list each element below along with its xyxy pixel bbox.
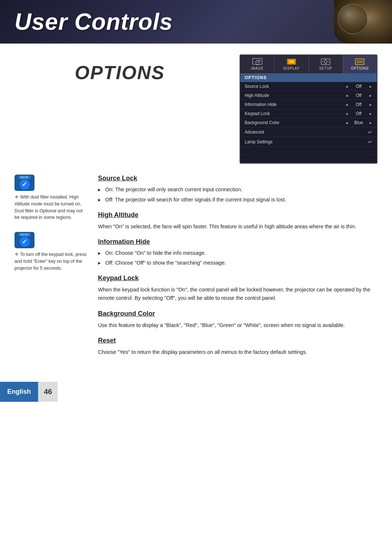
checkmark-icon-1: ✓ [20,179,30,189]
lens-decoration [334,0,392,44]
osd-row-high-altitude-arrow-right: ► [369,94,372,98]
osd-row-keypad-lock-label: Keypad Lock [245,111,345,116]
osd-row-info-hide[interactable]: Information Hide ◄ Off ► [240,100,377,109]
osd-row-source-lock[interactable]: Source Lock ◄ Off ► [240,82,377,91]
high-altitude-text: When "On" is selected, the fans will spi… [98,222,377,231]
osd-tab-setup-label: SETUP [319,66,332,70]
osd-tab-options-label: OPTIONS [351,66,369,70]
osd-row-info-hide-label: Information Hide [245,102,345,107]
page-title: User Controls [15,8,173,35]
osd-row-info-hide-arrow-left: ◄ [345,103,348,107]
osd-tabs: IMAGE DISPLAY [240,55,377,73]
osd-row-bg-color-label: Background Color [245,120,345,125]
page-header: User Controls [0,0,392,44]
options-icon [355,58,365,65]
source-lock-bullet-2: Off: The projector will search for other… [98,196,377,204]
osd-row-source-lock-label: Source Lock [245,84,345,89]
note-text-1: With dust filter installed, High Altitud… [15,194,87,221]
svg-point-3 [259,60,260,61]
options-section-title: OPTIONS [75,62,165,83]
source-lock-bullets: On: The projector will only search curre… [98,186,377,204]
osd-row-source-lock-arrow-right: ► [369,85,372,89]
osd-row-bg-color-value: Blue [351,120,366,125]
osd-menu: IMAGE DISPLAY [240,54,377,164]
options-title-block: OPTIONS [15,54,225,83]
main-content-area: OPTIONS IMAGE [0,44,392,367]
osd-row-source-lock-arrow-left: ◄ [345,85,348,89]
content-body: ✓ With dust filter installed, High Altit… [15,175,377,360]
osd-row-high-altitude-label: High Altitude [245,93,345,98]
osd-row-bg-color[interactable]: Background Color ◄ Blue ► [240,118,377,127]
info-hide-bullets: On: Choose "On" to hide the info message… [98,249,377,267]
source-lock-heading: Source Lock [98,175,377,182]
svg-rect-0 [253,58,262,64]
svg-rect-6 [289,61,294,63]
keypad-lock-heading: Keypad Lock [98,274,377,282]
display-icon [286,58,297,65]
osd-row-bg-color-arrow-right: ► [369,121,372,125]
sidebar: ✓ With dust filter installed, High Altit… [15,175,87,360]
osd-row-empty1 [240,147,377,155]
osd-row-info-hide-arrow-right: ► [369,103,372,107]
checkmark-icon-2: ✓ [20,237,30,247]
note-text-2: To turn off the keypad lock, press and h… [15,251,87,271]
osd-section-header: OPTIONS [240,73,377,82]
section-content: Source Lock On: The projector will only … [98,175,377,360]
note-box-2: ✓ To turn off the keypad lock, press and… [15,232,87,271]
osd-row-empty2 [240,155,377,163]
osd-row-keypad-lock-arrow-left: ◄ [345,112,348,116]
footer-language-label: English [7,388,31,396]
info-hide-bullet-1: On: Choose "On" to hide the info message… [98,249,377,257]
source-lock-bullet-1: On: The projector will only search curre… [98,186,377,194]
keypad-lock-text: When the keypad lock function is "On", t… [98,286,377,302]
osd-row-lamp-settings[interactable]: Lamp Settings ↵ [240,137,377,147]
osd-row-advanced-label: Advanced [245,130,368,135]
osd-row-bg-color-arrow-left: ◄ [345,121,348,125]
reset-heading: Reset [98,337,377,344]
osd-tab-options[interactable]: OPTIONS [343,55,377,73]
note-box-1: ✓ With dust filter installed, High Altit… [15,175,87,221]
osd-row-advanced-enter: ↵ [368,129,372,135]
footer: English 46 [0,382,392,402]
osd-row-source-lock-value: Off [351,84,366,89]
svg-rect-1 [256,64,258,65]
reset-text: Choose "Yes" to return the display param… [98,348,377,356]
footer-page-number: 46 [38,382,58,402]
osd-row-lamp-settings-enter: ↵ [368,139,372,145]
osd-row-high-altitude-value: Off [351,93,366,98]
bg-color-heading: Background Color [98,310,377,318]
osd-tab-image-label: IMAGE [251,66,264,70]
info-hide-heading: Information Hide [98,238,377,246]
setup-icon [320,58,331,65]
svg-point-8 [324,60,327,63]
note-icon-1: ✓ [15,175,34,191]
osd-tab-setup[interactable]: SETUP [309,55,343,73]
osd-row-high-altitude[interactable]: High Altitude ◄ Off ► [240,91,377,100]
osd-row-lamp-settings-label: Lamp Settings [245,139,368,144]
osd-row-info-hide-value: Off [351,102,366,107]
osd-row-high-altitude-arrow-left: ◄ [345,94,348,98]
high-altitude-heading: High Altitude [98,211,377,219]
osd-row-keypad-lock-value: Off [351,111,366,116]
osd-row-keypad-lock[interactable]: Keypad Lock ◄ Off ► [240,109,377,118]
osd-tab-display-label: DISPLAY [283,66,299,70]
osd-row-keypad-lock-arrow-right: ► [369,112,372,116]
osd-row-advanced[interactable]: Advanced ↵ [240,127,377,137]
footer-language: English [0,382,38,402]
osd-tab-image[interactable]: IMAGE [240,55,274,73]
bg-color-text: Use this feature to display a "Black", "… [98,321,377,330]
image-icon [252,58,262,65]
options-section: OPTIONS IMAGE [15,54,377,164]
info-hide-bullet-2: Off: Choose "Off" to show the "searching… [98,259,377,267]
note-icon-2: ✓ [15,232,34,248]
osd-tab-display[interactable]: DISPLAY [274,55,309,73]
